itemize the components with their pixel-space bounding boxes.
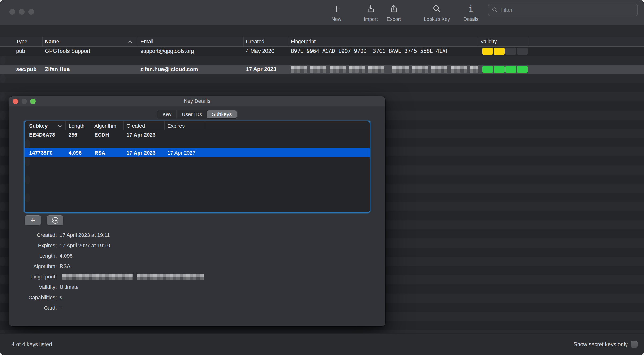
- detail-row-capabilities: Capabilities:s: [9, 292, 385, 303]
- subkey-actions-button[interactable]: [47, 215, 63, 225]
- dialog-title: Key Details: [9, 96, 385, 106]
- empty-list-row: [0, 83, 644, 92]
- subkey-created: 17 Apr 2023: [124, 150, 164, 156]
- export-button[interactable]: Export: [387, 4, 401, 22]
- key-created: 17 Apr 2023: [244, 65, 288, 74]
- sort-descending-icon: [58, 124, 62, 128]
- empty-list-row: [0, 184, 6, 193]
- details-button[interactable]: i Details: [464, 4, 478, 22]
- status-bar: 4 of 4 keys listed Show secret keys only: [0, 334, 644, 355]
- key-row-zifan-gmail[interactable]: sec/pub Zifan Hua huazifan@gmail.com 14 …: [0, 74, 6, 83]
- detail-row-fingerprint: Fingerprint:: [9, 272, 385, 282]
- lookup-key-button[interactable]: Lookup Key: [424, 4, 450, 22]
- subkey-empty-rows: [24, 158, 370, 212]
- key-table-header: Type Name Email Created Fingerprint Vali…: [0, 37, 644, 46]
- key-validity: [478, 65, 529, 74]
- show-secret-keys-checkbox[interactable]: [631, 341, 638, 348]
- empty-list-row: [0, 312, 6, 321]
- close-window-button[interactable]: [10, 9, 15, 15]
- detail-tabs: Key User IDs Subkeys: [157, 110, 238, 119]
- key-validity: [478, 46, 529, 56]
- key-name: Zifan Hua: [42, 65, 138, 74]
- empty-list-row: [0, 330, 6, 334]
- column-header-length[interactable]: Length: [66, 122, 92, 130]
- key-row-gpgtools-support[interactable]: pub GPGTools Support support@gpgtools.or…: [0, 46, 644, 56]
- filter-field[interactable]: Filter: [488, 4, 638, 16]
- empty-subkey-row: [24, 184, 370, 193]
- empty-subkey-row: [24, 211, 30, 212]
- empty-subkey-row: [24, 158, 30, 166]
- column-header-subkey[interactable]: Subkey: [24, 122, 66, 130]
- key-fingerprint: B97E 9964 ACAD 1907 970D 37CC 8A9E 3745 …: [288, 46, 478, 56]
- empty-subkey-row: [24, 202, 370, 211]
- column-header-created[interactable]: Created: [124, 122, 164, 130]
- key-validity: [26, 74, 28, 83]
- dialog-close-button[interactable]: [13, 98, 18, 104]
- key-email: support@gpgtools.org: [138, 46, 244, 56]
- import-icon: [366, 4, 376, 14]
- empty-list-row: [0, 110, 6, 120]
- key-type: sec/pub: [0, 74, 16, 83]
- subkey-row-ee4d6a78[interactable]: EE4D6A78 256 ECDH 17 Apr 2023: [24, 130, 370, 140]
- key-email: huazifan@gmail.com: [18, 74, 21, 83]
- empty-list-row: [0, 275, 6, 284]
- subkey-row-147735f0[interactable]: 147735F0 4,096 RSA 17 Apr 2023 17 Apr 20…: [24, 148, 370, 158]
- search-icon: [432, 4, 442, 14]
- tab-subkeys[interactable]: Subkeys: [207, 110, 237, 118]
- dialog-window-controls: [13, 98, 36, 104]
- detail-row-algorithm: Algorithm:RSA: [9, 261, 385, 272]
- empty-list-row: [0, 129, 6, 138]
- tab-key[interactable]: Key: [158, 110, 176, 118]
- key-type: pub: [0, 46, 42, 56]
- key-name: GPGTools Team: [16, 56, 18, 65]
- dialog-titlebar[interactable]: Key Details: [9, 96, 385, 106]
- subkey-created: 17 Apr 2023: [35, 141, 38, 147]
- empty-subkey-row: [24, 166, 370, 175]
- detail-row-validity: Validity:Ultimate: [9, 282, 385, 292]
- subkey-table-header: Subkey Length Algorithm Created Expires: [24, 122, 370, 130]
- empty-list-row: [0, 92, 6, 102]
- gpg-keychain-window: New Import Export Lo: [0, 0, 644, 355]
- plus-icon: [332, 4, 341, 14]
- key-type: sec/pub: [0, 65, 42, 74]
- key-row-zifan-icloud[interactable]: sec/pub Zifan Hua zifan.hua@icloud.com 1…: [0, 65, 644, 74]
- subkey-expires: 17 Apr 2027: [164, 150, 206, 156]
- column-header-created[interactable]: Created: [244, 37, 288, 46]
- subkey-length: 256: [29, 141, 32, 147]
- empty-list-row: [0, 147, 6, 156]
- column-header-expires[interactable]: Expires: [164, 122, 206, 130]
- filter-placeholder: Filter: [500, 7, 512, 13]
- zoom-window-button[interactable]: [28, 9, 34, 15]
- key-fingerprint: 85E3 8F69 046B 44C1 EC9F B07B 76D7 8F05 …: [23, 56, 26, 65]
- subkey-expires: 15 Apr 2028: [38, 141, 40, 147]
- subkey-length: 4,096: [66, 150, 92, 156]
- subkey-row-540dc437[interactable]: 540DC437 256 ECDH 17 Apr 2023 15 Apr 202…: [24, 140, 30, 148]
- new-label: New: [332, 16, 342, 22]
- subkey-table: Subkey Length Algorithm Created Expires …: [24, 122, 370, 212]
- export-label: Export: [387, 16, 401, 22]
- column-header-type[interactable]: Type: [0, 37, 42, 46]
- main-titlebar: New Import Export Lo: [0, 0, 644, 25]
- lookup-key-label: Lookup Key: [424, 16, 450, 22]
- subkey-id: 540DC437: [24, 141, 29, 147]
- key-created: 19 Aug 2010: [21, 56, 23, 65]
- tab-user-ids[interactable]: User IDs: [176, 110, 207, 118]
- empty-subkey-row: [24, 175, 30, 184]
- column-header-algorithm[interactable]: Algorithm: [92, 122, 124, 130]
- key-details-dialog: Key Details Key User IDs Subkeys Subkey: [9, 96, 385, 326]
- add-subkey-button[interactable]: +: [24, 215, 41, 225]
- show-secret-keys-label: Show secret keys only: [574, 341, 628, 348]
- new-key-button[interactable]: New: [332, 4, 342, 22]
- column-header-email[interactable]: Email: [138, 37, 244, 46]
- keys-count-status: 4 of 4 keys listed: [12, 341, 52, 348]
- import-label: Import: [364, 16, 378, 22]
- minimize-window-button[interactable]: [19, 9, 24, 15]
- dialog-zoom-button[interactable]: [30, 98, 36, 104]
- column-header-fingerprint[interactable]: Fingerprint: [288, 37, 478, 46]
- key-row-gpgtools-team[interactable]: pub GPGTools Team team@gpgtools.org 19 A…: [0, 56, 6, 65]
- column-header-validity[interactable]: Validity: [478, 37, 529, 46]
- ellipsis-circle-icon: [52, 217, 59, 224]
- import-button[interactable]: Import: [364, 4, 378, 22]
- column-header-name[interactable]: Name: [42, 37, 138, 46]
- redacted-fingerprint: [291, 66, 478, 73]
